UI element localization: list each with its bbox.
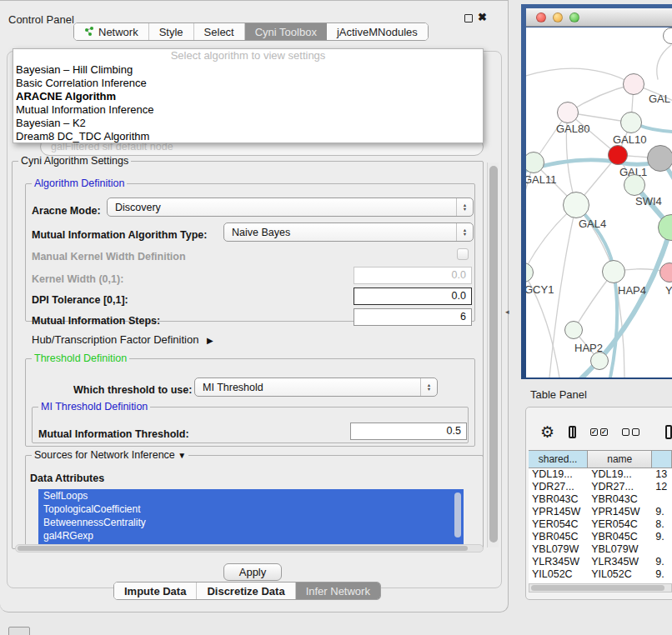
column-header-name[interactable]: name bbox=[588, 451, 652, 468]
network-node[interactable] bbox=[620, 112, 642, 133]
network-edge[interactable] bbox=[657, 45, 671, 79]
network-node[interactable] bbox=[563, 192, 589, 218]
table-toolbar: ⚙ ✓ ✓ bbox=[529, 418, 672, 445]
bottom-left-partial-button[interactable] bbox=[8, 627, 30, 635]
tab-cyni-toolbox[interactable]: Cyni Toolbox bbox=[245, 23, 327, 40]
table-row[interactable]: YDL19...YDL19...13 bbox=[529, 468, 672, 481]
algorithm-option[interactable]: Basic Correlation Inference bbox=[13, 77, 483, 90]
tab-discretize-data[interactable]: Discretize Data bbox=[197, 582, 295, 599]
which-threshold-select[interactable]: MI Threshold ▲▼ bbox=[194, 378, 438, 397]
group-title: MI Threshold Definition bbox=[38, 401, 150, 412]
tab-style[interactable]: Style bbox=[149, 23, 194, 40]
float-window-icon[interactable] bbox=[464, 14, 473, 22]
table-header-row: shared... name bbox=[529, 451, 672, 468]
tab-select[interactable]: Select bbox=[194, 23, 245, 40]
table-cell: YER054C bbox=[529, 518, 588, 531]
algorithm-option[interactable]: Mutual Information Inference bbox=[13, 103, 483, 117]
minimize-traffic-light-icon[interactable] bbox=[553, 12, 563, 22]
network-node[interactable] bbox=[590, 352, 609, 370]
network-window-titlebar[interactable] bbox=[526, 8, 672, 27]
column-header-shared-name[interactable]: shared... bbox=[529, 451, 588, 468]
algorithm-option[interactable]: Bayesian – K2 bbox=[13, 117, 483, 130]
table-cell: YIL052C bbox=[588, 568, 652, 581]
manual-kernel-width-checkbox[interactable] bbox=[457, 248, 469, 260]
attribute-item[interactable]: gal4RGexp bbox=[38, 529, 464, 542]
network-node[interactable] bbox=[564, 321, 583, 339]
new-table-icon[interactable] bbox=[665, 425, 672, 439]
select-all-checkboxes-icon[interactable]: ✓ ✓ bbox=[590, 428, 608, 436]
tab-label: Network bbox=[98, 26, 138, 38]
node-label: HAP4 bbox=[618, 284, 646, 297]
scrollbar-thumb[interactable] bbox=[18, 546, 468, 551]
tab-jactivemnodules[interactable]: jActiveMNodules bbox=[327, 23, 428, 40]
table-row[interactable]: YIL052CYIL052C9. bbox=[529, 568, 672, 581]
scrollbar-thumb[interactable] bbox=[531, 585, 664, 591]
network-node[interactable] bbox=[623, 73, 644, 95]
table-row[interactable]: YBR045CYBR045C9. bbox=[529, 531, 672, 543]
mi-algorithm-type-select[interactable]: Naive Bayes ▲▼ bbox=[223, 222, 474, 242]
table-row[interactable]: YLR345WYLR345W9. bbox=[529, 556, 672, 568]
table-cell bbox=[652, 543, 672, 556]
panel-divider-grip-icon[interactable]: ◂ bbox=[505, 308, 509, 316]
network-node[interactable] bbox=[557, 102, 579, 123]
deselect-all-checkboxes-icon[interactable] bbox=[622, 428, 639, 436]
table-row[interactable]: YER054CYER054C8. bbox=[529, 518, 672, 531]
control-panel-title: Control Panel bbox=[8, 13, 74, 26]
node-label: GCY1 bbox=[526, 283, 554, 296]
column-header-partial[interactable] bbox=[652, 451, 672, 468]
network-edge[interactable] bbox=[526, 68, 634, 84]
dpi-tolerance-label: DPI Tolerance [0,1]: bbox=[32, 294, 128, 306]
list-scrollbar-thumb[interactable] bbox=[454, 492, 461, 538]
zoom-traffic-light-icon[interactable] bbox=[569, 12, 579, 22]
combo-arrows-icon: ▲▼ bbox=[420, 378, 437, 396]
mi-algorithm-type-label: Mutual Information Algorithm Type: bbox=[32, 229, 207, 241]
network-canvas[interactable]: GALGAL80GAL10GAL1GAL11SWI4GAL4GCY1HAP4YH… bbox=[526, 28, 672, 378]
collapse-arrow-icon[interactable]: ▼ bbox=[178, 451, 186, 460]
aracne-mode-select[interactable]: Discovery ▲▼ bbox=[107, 198, 474, 217]
tab-label: Cyni Toolbox bbox=[255, 26, 317, 38]
tab-infer-network[interactable]: Infer Network bbox=[296, 582, 380, 599]
expand-arrow-icon: ▶ bbox=[207, 336, 213, 345]
data-attributes-list[interactable]: SelfLoops TopologicalCoefficient Between… bbox=[38, 489, 464, 544]
table-cell: YER054C bbox=[588, 518, 652, 531]
hub-definition-expander[interactable]: Hub/Transcription Factor Definition ▶ bbox=[32, 333, 213, 346]
scrollbar-thumb[interactable] bbox=[489, 166, 498, 542]
algorithm-option[interactable]: Bayesian – Hill Climbing bbox=[13, 63, 483, 77]
table-row[interactable]: YBR043CYBR043C bbox=[529, 493, 672, 506]
combo-value: Naive Bayes bbox=[224, 227, 456, 238]
table-row[interactable]: YBL079WYBL079W bbox=[529, 543, 672, 556]
mi-steps-field[interactable]: 6 bbox=[354, 308, 472, 326]
mi-threshold-field[interactable]: 0.5 bbox=[350, 422, 467, 440]
table-cell: YLR345W bbox=[588, 556, 652, 568]
table-cell: YBR043C bbox=[529, 493, 588, 506]
close-panel-icon[interactable]: ✖ bbox=[478, 11, 487, 23]
tab-impute-data[interactable]: Impute Data bbox=[114, 582, 197, 599]
settings-scrollbar[interactable] bbox=[487, 162, 499, 548]
apply-button[interactable]: Apply bbox=[223, 563, 282, 581]
table-rows: YDL19...YDL19...13YDR27...YDR27...12YBR0… bbox=[529, 468, 672, 581]
network-node[interactable] bbox=[602, 260, 625, 283]
settings-horizontal-scrollbar[interactable] bbox=[15, 544, 484, 552]
table-cell: 9. bbox=[652, 568, 672, 581]
kernel-width-field[interactable]: 0.0 bbox=[354, 267, 472, 284]
gear-icon[interactable]: ⚙ bbox=[540, 424, 554, 440]
dpi-tolerance-field[interactable]: 0.0 bbox=[354, 288, 472, 305]
control-panel-tabbar: Network Style Select Cyni Toolbox jActiv… bbox=[73, 22, 429, 41]
table-row[interactable]: YPR145WYPR145W9. bbox=[529, 506, 672, 518]
network-node[interactable] bbox=[647, 145, 672, 172]
table-row[interactable]: YDR27...YDR27...12 bbox=[529, 481, 672, 493]
table-horizontal-scrollbar[interactable] bbox=[529, 583, 672, 592]
attribute-item[interactable]: BetweennessCentrality bbox=[38, 516, 464, 529]
columns-icon[interactable] bbox=[569, 426, 576, 438]
node-label: GAL11 bbox=[526, 173, 557, 186]
table-cell: 12 bbox=[652, 481, 672, 493]
algorithm-option-aracne[interactable]: ARACNE Algorithm bbox=[13, 90, 483, 103]
network-node[interactable] bbox=[624, 174, 645, 196]
attribute-item[interactable]: TopologicalCoefficient bbox=[38, 502, 464, 516]
network-edge[interactable] bbox=[569, 228, 671, 378]
network-node[interactable] bbox=[608, 145, 628, 165]
close-traffic-light-icon[interactable] bbox=[536, 12, 546, 22]
tab-network[interactable]: Network bbox=[74, 23, 149, 40]
algorithm-option[interactable]: Dream8 DC_TDC Algorithm bbox=[13, 130, 483, 143]
attribute-item[interactable]: SelfLoops bbox=[38, 489, 464, 502]
